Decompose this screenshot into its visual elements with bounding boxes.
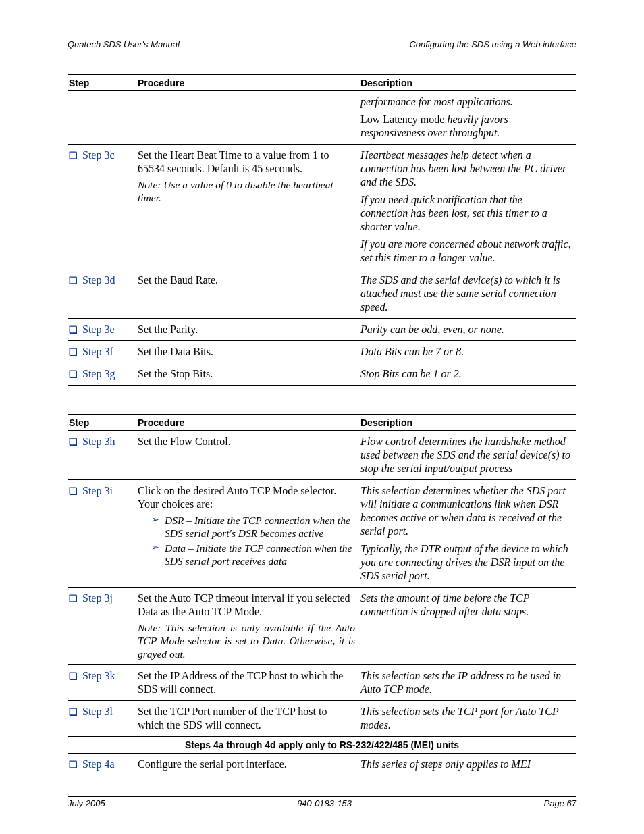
procedure-cell: Set the TCP Port number of the TCP host … [136, 701, 359, 737]
description-cell: Stop Bits can be 1 or 2. [359, 363, 576, 386]
footer-page: Page 67 [544, 798, 576, 808]
procedure-note: Note: Use a value of 0 to disable the he… [138, 178, 355, 205]
desc-text: Typically, the DTR output of the device … [360, 542, 572, 583]
table-header-row: Step Procedure Description [68, 415, 576, 431]
description-cell: Data Bits can be 7 or 8. [359, 341, 576, 363]
procedure-cell: Set the Parity. [136, 319, 359, 341]
col-step: Step [68, 75, 136, 91]
col-description: Description [359, 75, 576, 91]
procedure-note: Note: This selection is only available i… [138, 621, 355, 660]
checkbox-icon[interactable]: ❏ [69, 275, 78, 286]
description-cell: Heartbeat messages help detect when a co… [359, 145, 576, 269]
footer-docnum: 940-0183-153 [297, 798, 352, 808]
checkbox-icon[interactable]: ❏ [69, 706, 78, 717]
running-footer: July 2005 940-0183-153 Page 67 [68, 796, 576, 808]
table-row: ❏ Step 3j Set the Auto TCP timeout inter… [68, 588, 576, 665]
procedure-cell: Configure the serial port interface. [136, 754, 359, 776]
procedure-cell: Set the Auto TCP timeout interval if you… [136, 588, 359, 665]
procedure-table-1: Step Procedure Description performance f… [68, 74, 576, 386]
col-description: Description [359, 415, 576, 431]
checkbox-icon[interactable]: ❏ [69, 759, 78, 770]
checkbox-icon[interactable]: ❏ [69, 346, 78, 357]
procedure-text: Set the Heart Beat Time to a value from … [138, 149, 329, 174]
step-label: Step 3g [82, 368, 115, 380]
desc-text: performance for most applications. [360, 96, 513, 107]
procedure-cell: Set the Heart Beat Time to a value from … [136, 145, 359, 269]
desc-text: If you need quick notification that the … [360, 193, 572, 234]
description-cell: Sets the amount of time before the TCP c… [359, 588, 576, 665]
step-label: Step 3k [82, 670, 115, 681]
table-row: ❏ Step 3g Set the Stop Bits. Stop Bits c… [68, 363, 576, 386]
table-row: ❏ Step 3c Set the Heart Beat Time to a v… [68, 145, 576, 269]
desc-text: If you are more concerned about network … [360, 238, 572, 265]
procedure-cell: Set the Stop Bits. [136, 363, 359, 386]
table-row: ❏ Step 3k Set the IP Address of the TCP … [68, 665, 576, 701]
table-row: ❏ Step 3l Set the TCP Port number of the… [68, 701, 576, 737]
col-procedure: Procedure [136, 75, 359, 91]
step-label: Step 3c [82, 149, 115, 161]
step-label: Step 3d [82, 274, 115, 286]
description-cell: This selection sets the IP address to be… [359, 665, 576, 701]
header-right: Configuring the SDS using a Web interfac… [409, 39, 576, 49]
procedure-cell: Click on the desired Auto TCP Mode selec… [136, 480, 359, 588]
step-label: Step 3j [82, 592, 113, 604]
table-row: performance for most applications. Low L… [68, 91, 576, 145]
checkbox-icon[interactable]: ❏ [69, 593, 78, 604]
description-cell: Parity can be odd, even, or none. [359, 319, 576, 341]
description-cell: This selection determines whether the SD… [359, 480, 576, 588]
procedure-cell: Set the Data Bits. [136, 341, 359, 363]
description-cell: This series of steps only applies to MEI [359, 754, 576, 776]
desc-text: Heartbeat messages help detect when a co… [360, 149, 572, 189]
description-cell: performance for most applications. Low L… [359, 91, 576, 145]
step-label: Step 3h [82, 436, 115, 447]
table-header-row: Step Procedure Description [68, 75, 576, 91]
checkbox-icon[interactable]: ❏ [69, 369, 78, 380]
footer-date: July 2005 [68, 798, 105, 808]
list-item: Data – Initiate the TCP connection when … [151, 542, 355, 568]
checkbox-icon[interactable]: ❏ [69, 486, 78, 496]
desc-text: Flow control determines the handshake me… [360, 435, 572, 475]
col-step: Step [68, 415, 136, 431]
desc-text: This series of steps only applies to MEI [360, 758, 572, 771]
desc-text: Data Bits can be 7 or 8. [360, 345, 572, 359]
description-cell: Flow control determines the handshake me… [359, 431, 576, 480]
header-left: Quatech SDS User's Manual [68, 39, 180, 49]
table-row: ❏ Step 4a Configure the serial port inte… [68, 754, 576, 776]
description-cell: The SDS and the serial device(s) to whic… [359, 269, 576, 319]
procedure-cell: Set the Baud Rate. [136, 269, 359, 319]
step-label: Step 3l [82, 706, 113, 717]
procedure-text: Your choices are: [138, 498, 213, 510]
desc-text: This selection determines whether the SD… [360, 484, 572, 538]
desc-text: Low Latency mode [360, 113, 447, 125]
desc-text: This selection sets the TCP port for Aut… [360, 705, 572, 732]
choices-list: DSR – Initiate the TCP connection when t… [138, 514, 355, 568]
section-row: Steps 4a through 4d apply only to RS-232… [68, 737, 576, 754]
section-heading: Steps 4a through 4d apply only to RS-232… [68, 737, 576, 754]
table-row: ❏ Step 3f Set the Data Bits. Data Bits c… [68, 341, 576, 363]
step-label: Step 3i [82, 485, 113, 496]
procedure-table-2: Step Procedure Description ❏ Step 3h Set… [68, 414, 576, 775]
checkbox-icon[interactable]: ❏ [69, 324, 78, 335]
step-label: Step 3f [82, 346, 113, 357]
running-header: Quatech SDS User's Manual Configuring th… [68, 39, 576, 51]
desc-text: Sets the amount of time before the TCP c… [360, 592, 572, 619]
description-cell: This selection sets the TCP port for Aut… [359, 701, 576, 737]
desc-text: The SDS and the serial device(s) to whic… [360, 273, 572, 314]
step-label: Step 3e [82, 323, 115, 335]
procedure-text: Set the Auto TCP timeout interval if you… [138, 592, 350, 617]
col-procedure: Procedure [136, 415, 359, 431]
procedure-cell: Set the IP Address of the TCP host to wh… [136, 665, 359, 701]
procedure-cell: Set the Flow Control. [136, 431, 359, 480]
table-row: ❏ Step 3e Set the Parity. Parity can be … [68, 319, 576, 341]
procedure-text: Click on the desired Auto TCP Mode selec… [138, 485, 336, 496]
step-label: Step 4a [82, 758, 115, 770]
desc-text: This selection sets the IP address to be… [360, 669, 572, 696]
checkbox-icon[interactable]: ❏ [69, 671, 78, 681]
desc-text: Parity can be odd, even, or none. [360, 323, 572, 336]
checkbox-icon[interactable]: ❏ [69, 436, 78, 447]
checkbox-icon[interactable]: ❏ [69, 150, 78, 161]
table-row: ❏ Step 3d Set the Baud Rate. The SDS and… [68, 269, 576, 319]
table-row: ❏ Step 3i Click on the desired Auto TCP … [68, 480, 576, 588]
desc-text: Stop Bits can be 1 or 2. [360, 367, 572, 381]
page: Quatech SDS User's Manual Configuring th… [0, 0, 644, 834]
